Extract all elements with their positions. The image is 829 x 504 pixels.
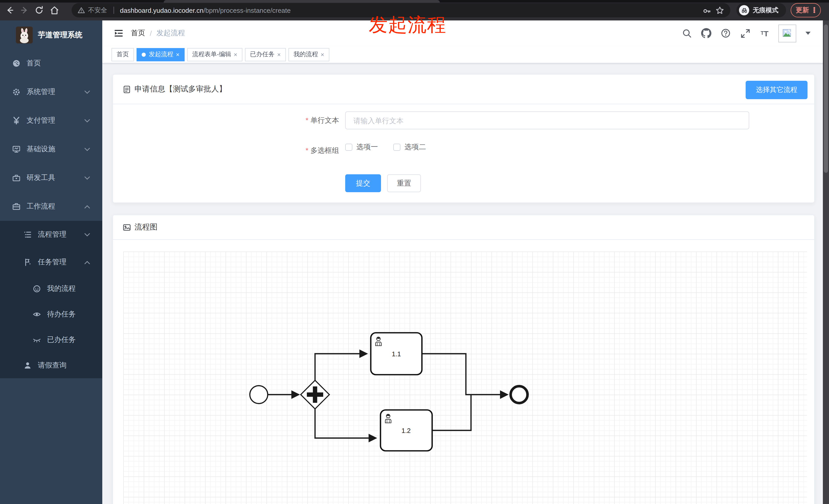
password-key-icon[interactable] — [703, 6, 711, 14]
font-size-icon[interactable]: TT — [759, 28, 770, 39]
eye-closed-icon — [33, 336, 41, 344]
select-other-process-button[interactable]: 选择其它流程 — [746, 81, 807, 99]
sidebar-item-payment[interactable]: 支付管理 — [0, 106, 102, 135]
page-root: 不安全 dashboard.yudao.iocoder.cn/bpm/proce… — [0, 0, 829, 504]
browser-home-button[interactable] — [48, 5, 60, 16]
flow-task1-to-end — [422, 354, 507, 395]
browser-forward-button[interactable] — [19, 5, 30, 16]
tags-view-bar: 首页 发起流程 × 流程表单-编辑 × 已办任务 × 我的流程 × — [102, 46, 829, 64]
tab-start-process[interactable]: 发起流程 × — [137, 48, 185, 61]
briefcase-icon — [12, 202, 21, 210]
chevron-down-icon — [84, 233, 90, 237]
chevron-up-icon — [84, 261, 90, 264]
sidebar-item-done-tasks[interactable]: 已办任务 — [0, 327, 102, 353]
avatar-caret-icon[interactable] — [805, 32, 810, 35]
bpmn-canvas[interactable]: 1.1 1.2 — [123, 251, 807, 504]
sidebar-item-label: 待办任务 — [47, 310, 76, 319]
yen-icon — [12, 117, 21, 125]
sidebar-item-leave-query[interactable]: 请假查询 — [0, 353, 102, 378]
flow-gateway-to-task1 — [315, 354, 367, 380]
tab-label: 首页 — [117, 50, 129, 59]
avatar[interactable] — [779, 24, 796, 42]
scrollbar-thumb[interactable] — [824, 25, 828, 173]
help-icon[interactable] — [720, 28, 731, 39]
sidebar-item-label: 基础设施 — [27, 145, 55, 154]
bpmn-start-event[interactable] — [250, 386, 268, 403]
app-logo-row[interactable]: 芋道管理系统 — [0, 21, 102, 49]
sidebar-item-label: 任务管理 — [38, 258, 67, 267]
face-icon — [33, 285, 41, 293]
task-label: 1.2 — [401, 427, 411, 434]
reset-button[interactable]: 重置 — [387, 174, 421, 192]
tab-home[interactable]: 首页 — [111, 48, 134, 61]
sidebar-item-workflow[interactable]: 工作流程 — [0, 192, 102, 221]
browser-reload-button[interactable] — [34, 5, 45, 16]
search-icon[interactable] — [681, 28, 692, 39]
bpmn-user-task-2[interactable]: 1.2 — [381, 410, 432, 451]
sidebar-item-home[interactable]: 首页 — [0, 49, 102, 78]
sidebar-item-label: 支付管理 — [27, 116, 55, 125]
tab-label: 流程表单-编辑 — [192, 50, 231, 59]
bpmn-parallel-gateway[interactable] — [301, 380, 329, 409]
sidebar-item-label: 已办任务 — [47, 335, 76, 345]
sidebar-item-label: 我的流程 — [47, 284, 76, 294]
checkbox-option-1[interactable]: 选项一 — [345, 143, 378, 152]
sidebar-item-label: 工作流程 — [27, 202, 55, 211]
sidebar-item-my-process[interactable]: 我的流程 — [0, 276, 102, 302]
sidebar-item-todo-tasks[interactable]: 待办任务 — [0, 302, 102, 327]
checkbox-icon[interactable] — [345, 144, 352, 151]
close-icon[interactable]: × — [277, 51, 281, 57]
browser-active-tab[interactable] — [164, 0, 440, 3]
incognito-label: 无痕模式 — [753, 6, 779, 14]
checkbox-option-2[interactable]: 选项二 — [393, 143, 426, 152]
flow-task2-to-end — [432, 395, 471, 430]
apply-info-card: 申请信息【测试多审批人】 选择其它流程 *单行文本 *多选框组 选项一 选项二 — [112, 74, 815, 203]
browser-menu-icon[interactable]: ••• — [813, 7, 816, 13]
breadcrumb-separator: / — [150, 29, 152, 37]
active-dot — [142, 52, 146, 56]
fullscreen-icon[interactable] — [740, 28, 751, 39]
sidebar-item-system[interactable]: 系统管理 — [0, 78, 102, 106]
breadcrumb: 首页 / 发起流程 — [131, 29, 185, 38]
monitor-icon — [12, 145, 21, 153]
chevron-down-icon — [84, 176, 90, 180]
sidebar-item-label: 首页 — [27, 59, 41, 68]
browser-update-button[interactable]: 更新 ••• — [791, 3, 821, 17]
checkbox-group-label: *多选框组 — [278, 146, 339, 155]
eye-open-icon — [33, 310, 41, 318]
browser-back-button[interactable] — [4, 5, 15, 16]
sidebar-collapse-icon[interactable] — [113, 28, 124, 38]
security-label: 不安全 — [88, 6, 107, 14]
chevron-up-icon — [84, 205, 90, 208]
submit-button[interactable]: 提交 — [345, 174, 381, 192]
browser-scrollbar[interactable] — [823, 21, 829, 504]
tab-my-process[interactable]: 我的流程 × — [288, 48, 329, 61]
bookmark-star-icon[interactable] — [716, 6, 724, 14]
bpmn-user-task-1[interactable]: 1.1 — [371, 333, 422, 375]
incognito-badge: 无痕模式 — [736, 3, 786, 17]
overlay-annotation: 发起流程 — [369, 12, 446, 38]
breadcrumb-home[interactable]: 首页 — [131, 29, 145, 38]
tab-form-edit[interactable]: 流程表单-编辑 × — [187, 48, 243, 61]
tab-label: 已办任务 — [250, 50, 275, 59]
close-icon[interactable]: × — [321, 51, 324, 57]
checkbox-icon[interactable] — [393, 144, 400, 151]
sidebar-item-task-mgmt[interactable]: 任务管理 — [0, 248, 102, 276]
bpmn-end-event[interactable] — [511, 386, 528, 403]
sidebar-item-devtools[interactable]: 研发工具 — [0, 163, 102, 192]
security-chip[interactable]: 不安全 — [78, 6, 107, 14]
checkbox-label: 选项二 — [404, 143, 426, 152]
close-icon[interactable]: × — [234, 51, 237, 57]
gear-icon — [12, 88, 21, 96]
tab-done-tasks[interactable]: 已办任务 × — [245, 48, 286, 61]
close-icon[interactable]: × — [176, 51, 180, 57]
task-label: 1.1 — [392, 350, 401, 358]
single-line-text-input[interactable] — [345, 111, 749, 129]
sidebar-item-infra[interactable]: 基础设施 — [0, 135, 102, 163]
flag-icon — [24, 258, 32, 266]
flow-diagram-card: 流程图 — [112, 215, 815, 504]
chevron-down-icon — [84, 90, 90, 94]
github-icon[interactable] — [700, 28, 712, 39]
sidebar-item-process-mgmt[interactable]: 流程管理 — [0, 221, 102, 248]
url-text: dashboard.yudao.iocoder.cn/bpm/process-i… — [120, 6, 291, 15]
